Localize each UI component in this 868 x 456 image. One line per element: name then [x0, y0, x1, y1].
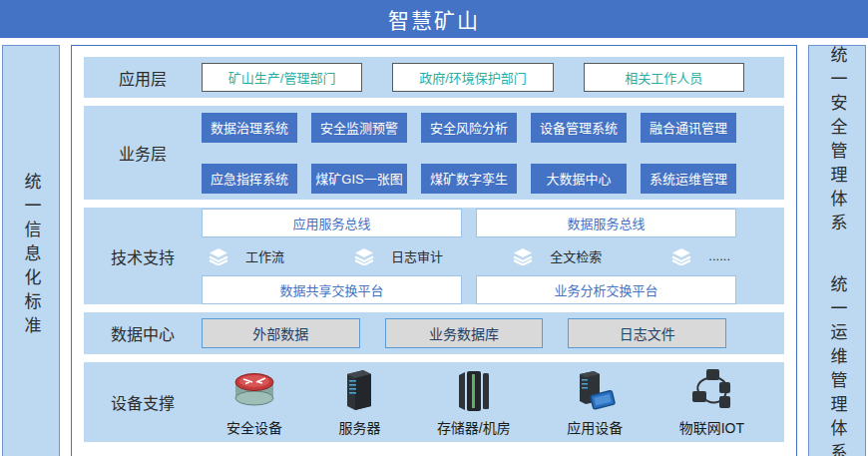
business-system-box: 系统运维管理: [641, 164, 736, 194]
business-system-box: 大数据中心: [531, 164, 627, 194]
application-box: 政府/环境保护部门: [392, 63, 553, 92]
business-row-2: 应急指挥系统 煤矿GIS一张图 煤矿数字孪生 大数据中心 系统运维管理: [202, 164, 736, 194]
platform-box: 业务分析交换平台: [476, 275, 736, 304]
platform-row: 数据共享交换平台 业务分析交换平台: [202, 275, 736, 304]
service-bus-row: 应用服务总线 数据服务总线: [202, 209, 736, 237]
equipment-layer-label: 设备支撑: [84, 390, 202, 414]
application-layer: 应用层 矿山生产/管理部门 政府/环境保护部门 相关工作人员: [84, 57, 784, 98]
equipment-layer: 设备支撑 安全设备: [84, 362, 784, 442]
main-panel: 应用层 矿山生产/管理部门 政府/环境保护部门 相关工作人员 业务层 数据治理系…: [71, 45, 797, 456]
equipment-item: 应用设备: [567, 367, 623, 437]
smart-mine-diagram: 智慧矿山 统一信息化标准 应用层 矿山生产/管理部门 政府/环境保护部门 相关工…: [0, 0, 868, 456]
middleware-item: 工作流: [208, 246, 284, 265]
middleware-item: ......: [670, 247, 730, 265]
middleware-label: 日志审计: [391, 246, 443, 265]
tech-support-layer: 技术支持 应用服务总线 数据服务总线 工作流 日志审计: [84, 208, 784, 304]
business-system-box: 煤矿数字孪生: [421, 164, 517, 194]
business-system-box: 应急指挥系统: [202, 164, 297, 194]
data-source-box: 日志文件: [568, 318, 726, 348]
banner-title: 智慧矿山: [0, 0, 868, 38]
layers-icon: [670, 247, 692, 265]
platform-box: 数据共享交换平台: [202, 275, 462, 304]
application-box: 矿山生产/管理部门: [202, 63, 362, 92]
business-system-box: 设备管理系统: [531, 113, 627, 143]
equipment-label: 应用设备: [567, 417, 623, 437]
left-sidebar: 统一信息化标准: [2, 45, 60, 456]
storage-rack-icon: [453, 367, 495, 413]
middleware-item: 日志审计: [353, 246, 443, 265]
business-layer-label: 业务层: [84, 141, 202, 165]
data-center-layer-label: 数据中心: [84, 321, 202, 345]
data-source-box: 外部数据: [202, 318, 360, 348]
app-device-icon: [572, 367, 618, 413]
tech-support-layer-label: 技术支持: [84, 244, 202, 268]
middleware-label: 全文检索: [550, 246, 602, 265]
equipment-item: 物联网IOT: [679, 367, 744, 437]
layers-icon: [353, 247, 375, 265]
diagram-body: 统一信息化标准 应用层 矿山生产/管理部门 政府/环境保护部门 相关工作人员 业…: [0, 38, 868, 456]
equipment-item: 存储器/机房: [437, 367, 511, 437]
middleware-item: 全文检索: [512, 246, 602, 265]
layers-icon: [208, 247, 229, 265]
left-sidebar-label: 统一信息化标准: [23, 173, 40, 340]
tech-support-layer-content: 应用服务总线 数据服务总线 工作流 日志审计: [202, 209, 784, 304]
middleware-label: 工作流: [245, 246, 284, 265]
application-layer-label: 应用层: [84, 66, 202, 90]
data-center-layer: 数据中心 外部数据 业务数据库 日志文件: [84, 312, 784, 354]
service-bus-box: 数据服务总线: [476, 209, 736, 237]
equipment-layer-content: 安全设备: [202, 367, 784, 437]
equipment-label: 服务器: [338, 417, 380, 437]
equipment-item: 服务器: [338, 367, 380, 437]
business-layer: 业务层 数据治理系统 安全监测预警 安全风险分析 设备管理系统 融合通讯管理 应…: [84, 106, 784, 200]
business-layer-content: 数据治理系统 安全监测预警 安全风险分析 设备管理系统 融合通讯管理 应急指挥系…: [202, 113, 784, 194]
application-layer-content: 矿山生产/管理部门 政府/环境保护部门 相关工作人员: [202, 63, 784, 92]
data-center-layer-content: 外部数据 业务数据库 日志文件: [202, 318, 784, 348]
right-sidebar-label-bottom: 统一运维管理体系: [829, 275, 846, 456]
equipment-label: 安全设备: [226, 417, 282, 437]
layers-icon: [512, 247, 534, 265]
server-icon: [339, 367, 379, 413]
data-source-box: 业务数据库: [385, 318, 544, 348]
business-system-box: 融合通讯管理: [641, 113, 736, 143]
application-box: 相关工作人员: [584, 63, 744, 92]
right-sidebar-label-top: 统一安全管理体系: [829, 46, 846, 237]
right-sidebar: 统一安全管理体系 统一运维管理体系: [808, 45, 866, 456]
equipment-label: 物联网IOT: [679, 417, 744, 437]
security-device-icon: [229, 367, 279, 413]
iot-network-icon: [688, 367, 734, 413]
equipment-item: 安全设备: [226, 367, 282, 437]
business-system-box: 安全风险分析: [421, 113, 517, 143]
service-bus-box: 应用服务总线: [202, 209, 462, 237]
equipment-label: 存储器/机房: [437, 417, 511, 437]
business-system-box: 煤矿GIS一张图: [311, 164, 407, 194]
middleware-label: ......: [708, 248, 730, 263]
middleware-row: 工作流 日志审计 全文检索 ......: [202, 243, 736, 269]
business-system-box: 安全监测预警: [311, 113, 407, 143]
business-row-1: 数据治理系统 安全监测预警 安全风险分析 设备管理系统 融合通讯管理: [202, 113, 736, 143]
business-system-box: 数据治理系统: [202, 113, 297, 143]
